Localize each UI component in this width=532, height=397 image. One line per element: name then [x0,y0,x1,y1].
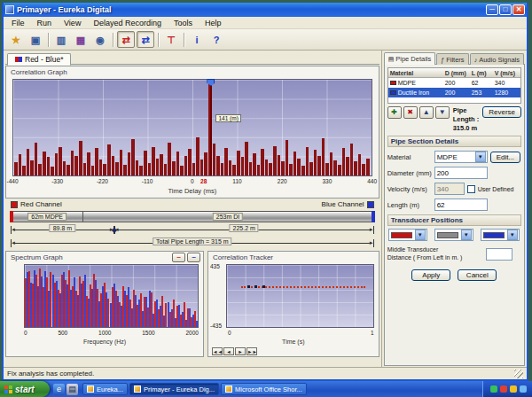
transducer-select-middle[interactable]: ▼ [434,229,473,241]
blue-series-toggle[interactable]: ~ [187,253,200,262]
cancel-button[interactable]: Cancel [458,269,497,281]
task-button[interactable]: Primayer - Eureka Dig... [129,383,219,395]
task-button[interactable]: Eureka... [82,383,128,395]
user-defined-checkbox[interactable] [467,185,475,193]
tracker-dot [262,285,265,288]
apply-button[interactable]: Apply [411,269,450,281]
menu-item-file[interactable]: File [5,18,31,28]
tab-red-blue[interactable]: Red - Blue* [7,53,71,66]
tray-icon-yellow[interactable] [510,385,517,393]
corr-bar [152,147,155,175]
internet-explorer-icon[interactable]: e [53,384,65,395]
move-up-button[interactable]: ▲ [419,106,434,119]
corr-bar [358,154,362,175]
table-row[interactable]: Ductile Iron2002531280 [388,88,520,97]
toolbar-button-info[interactable]: i [188,31,206,48]
transducer-select-blue[interactable]: ▼ [481,229,520,241]
toolbar-button-transducer-blue[interactable]: ⇄ [137,31,154,48]
tray-icon-red[interactable] [500,385,507,393]
material-name: Ductile Iron [398,90,429,96]
edit-material-button[interactable]: Edit... [490,152,520,163]
corr-bar [269,163,272,175]
total-length-label: Total Pipe Length = 315 m [153,237,232,245]
corr-bar [325,163,329,175]
task-label: Microsoft Office Shor... [235,385,302,393]
tracker-nav-button-3[interactable]: ►► [246,347,257,355]
delete-section-button[interactable]: ✖ [403,106,418,119]
tab-label: Pipe Details [395,55,431,63]
corr-bar [346,157,349,175]
tab-pipe-details[interactable]: ▤Pipe Details [384,52,436,65]
leak-position-marker[interactable]: ◆ [112,226,117,234]
tab-audio-signals[interactable]: ♪Audio Signals [470,53,524,65]
toolbar-button-correlation-view[interactable]: ▥ [52,31,70,48]
tracker-dot [254,285,257,288]
corr-bar [55,153,59,175]
move-down-button[interactable]: ▼ [435,106,450,119]
length-input[interactable] [434,198,488,211]
toolbar-button-wizard[interactable]: ★ [7,31,25,48]
task-button[interactable]: Microsoft Office Shor... [221,383,307,395]
corr-x-tick: 0 [191,178,194,184]
close-button[interactable]: ✕ [512,4,525,15]
toolbar-button-antenna[interactable]: ⊤ [162,31,180,48]
menu-item-delayed-recording[interactable]: Delayed Recording [87,18,168,28]
tracker-nav: ◄◄◄►►► [212,347,257,355]
corr-bar [43,152,46,175]
table-header-cell[interactable]: D (mm) [445,70,472,76]
red-series-toggle[interactable]: ~ [172,253,185,262]
pipe-details-icon: ▤ [388,56,395,63]
corr-bar [168,143,171,175]
corr-bar [19,154,22,175]
material-select[interactable]: MDPE ▼ [434,151,488,163]
tracker-plot [226,264,374,328]
reverse-button[interactable]: Reverse [482,106,521,118]
corr-bar [38,164,42,175]
tab-filters[interactable]: ƒFilters [436,53,468,65]
correlation-plot[interactable]: 141 (m) [12,79,372,176]
start-button[interactable]: start [0,381,50,397]
tracker-nav-button-0[interactable]: ◄◄ [212,347,223,355]
tracker-nav-button-2[interactable]: ► [235,347,246,355]
corr-bar [314,150,317,175]
table-header-cell[interactable]: L (m) [472,70,495,76]
tray-icon-blue[interactable] [520,385,527,393]
tray-icon-green[interactable] [490,385,497,393]
corr-bar [196,137,200,175]
corr-bar [95,148,98,175]
transducer-select-red[interactable]: ▼ [388,229,427,241]
toolbar-button-zoom-view[interactable]: ◉ [91,31,109,48]
resize-grip[interactable] [514,370,523,378]
toolbar-button-transducer-red[interactable]: ⇄ [117,31,135,48]
window-icon [87,385,94,393]
menu-item-tools[interactable]: Tools [168,18,199,28]
menu-item-help[interactable]: Help [199,18,228,28]
diameter-input[interactable] [434,167,488,179]
show-desktop-icon[interactable]: ▤ [66,384,78,395]
status-text: Fix analysis has completed. [7,370,94,378]
menu-item-run[interactable]: Run [31,18,59,28]
minimize-button[interactable]: ─ [486,4,498,15]
chevron-down-icon: ▼ [415,230,426,240]
action-buttons: Apply Cancel [387,269,521,281]
table-header-cell[interactable]: Material [388,70,445,76]
section-toolbar: ✚✖▲▼ Pipe Length : 315.0 m Reverse [387,106,521,132]
middle-distance-input[interactable] [486,248,512,261]
corr-bar [309,162,313,175]
task-label: Eureka... [97,385,123,393]
red-transducer-marker [10,211,13,222]
corr-bar [354,161,357,175]
tracker-nav-button-1[interactable]: ◄ [223,347,234,355]
toolbar-button-save[interactable]: ▣ [27,31,44,48]
add-section-button[interactable]: ✚ [387,106,402,119]
menu-item-view[interactable]: View [58,18,87,28]
table-row[interactable]: MDPE20062340 [388,78,520,88]
toolbar-button-help[interactable]: ? [207,31,225,48]
table-header-cell[interactable]: V (m/s) [495,70,520,76]
maximize-button[interactable]: □ [499,4,512,15]
toolbar-button-spectrum-view[interactable]: ▦ [72,31,90,48]
title-bar[interactable]: Primayer - Eureka Digital ─ □ ✕ [4,3,527,17]
peak-cursor[interactable] [210,80,212,175]
tab-label: Filters [446,56,464,64]
corr-bar [333,160,337,175]
